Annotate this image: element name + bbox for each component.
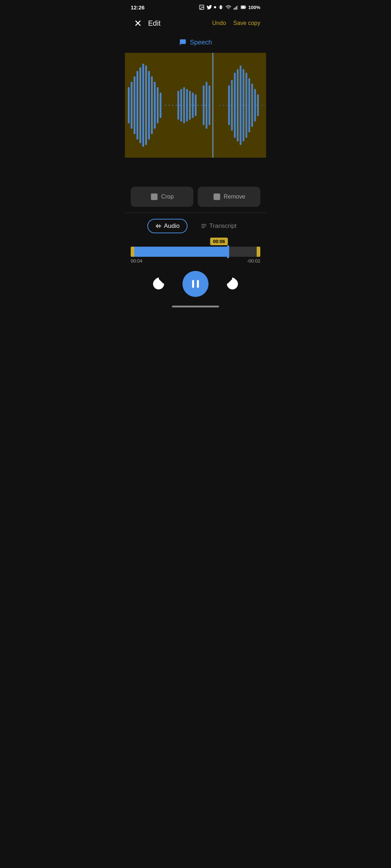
- action-buttons: Crop Remove: [125, 187, 266, 213]
- speech-text: Speech: [190, 39, 212, 46]
- below-waveform-space: [125, 158, 266, 187]
- svg-rect-30: [192, 93, 194, 118]
- playback-controls: 1 1: [125, 264, 266, 303]
- svg-rect-12: [128, 87, 130, 123]
- page-title: Edit: [148, 19, 212, 27]
- transcript-tab[interactable]: Transcript: [193, 220, 244, 233]
- svg-rect-20: [151, 76, 153, 134]
- end-time: -00:02: [247, 258, 260, 264]
- crop-label: Crop: [161, 193, 174, 200]
- svg-rect-16: [139, 67, 141, 143]
- close-icon: [134, 19, 142, 27]
- pause-button[interactable]: [182, 271, 209, 297]
- audio-bars-icon: [155, 223, 162, 229]
- svg-rect-32: [203, 85, 205, 125]
- svg-rect-41: [240, 65, 241, 145]
- status-time: 12:26: [131, 4, 144, 10]
- svg-rect-38: [231, 80, 233, 131]
- skip-forward-button[interactable]: 1: [223, 275, 242, 293]
- wifi-icon: [226, 4, 231, 10]
- svg-rect-14: [134, 76, 135, 134]
- svg-rect-3: [234, 8, 234, 10]
- pause-icon: [190, 278, 201, 290]
- svg-rect-43: [245, 73, 247, 138]
- progress-thumb[interactable]: [227, 245, 229, 258]
- svg-rect-33: [206, 82, 207, 129]
- svg-rect-62: [197, 280, 199, 288]
- progress-bar-fill: [131, 247, 228, 257]
- svg-rect-19: [148, 71, 150, 140]
- progress-left-handle[interactable]: [131, 247, 134, 257]
- progress-section: 00:06 00:04 -00:02: [125, 236, 266, 264]
- svg-rect-5: [236, 6, 237, 9]
- crop-button[interactable]: Crop: [131, 187, 193, 207]
- svg-rect-8: [245, 7, 246, 8]
- home-indicator: [172, 306, 219, 307]
- svg-rect-22: [157, 87, 159, 123]
- svg-rect-34: [209, 85, 210, 125]
- svg-rect-6: [237, 5, 238, 10]
- waveform-svg: [125, 53, 266, 158]
- crop-icon: [150, 193, 158, 201]
- speech-bubble-icon: [179, 38, 187, 46]
- svg-rect-9: [241, 6, 245, 8]
- svg-rect-2: [220, 5, 222, 9]
- signal-icon: [233, 4, 239, 10]
- svg-rect-26: [180, 89, 182, 122]
- speech-label-area: Speech: [125, 33, 266, 53]
- svg-rect-27: [183, 87, 185, 123]
- current-time-badge: 00:06: [210, 238, 228, 245]
- transcript-tab-label: Transcript: [209, 222, 236, 230]
- transcript-icon: [201, 223, 207, 229]
- dot-indicator: [214, 6, 216, 8]
- svg-rect-29: [189, 91, 191, 120]
- progress-bar[interactable]: [131, 247, 260, 257]
- svg-rect-13: [131, 82, 133, 129]
- svg-rect-15: [136, 71, 138, 140]
- status-icons: 100%: [199, 4, 260, 10]
- battery-percent: 100%: [248, 5, 260, 10]
- svg-rect-45: [251, 84, 253, 127]
- save-copy-button[interactable]: Save copy: [233, 20, 260, 26]
- skip-forward-label: 1: [231, 282, 234, 286]
- waveform-container: [125, 53, 266, 158]
- start-time: 00:04: [131, 258, 143, 264]
- svg-rect-4: [235, 7, 235, 10]
- remove-label: Remove: [224, 193, 245, 200]
- svg-rect-42: [243, 69, 244, 141]
- svg-rect-23: [160, 93, 161, 118]
- svg-rect-31: [195, 94, 197, 116]
- svg-rect-25: [177, 91, 179, 120]
- progress-times: 00:04 -00:02: [131, 258, 260, 264]
- close-button[interactable]: [131, 16, 145, 30]
- vibrate-icon: [218, 4, 224, 10]
- svg-rect-44: [248, 78, 250, 132]
- twitter-icon: [206, 4, 212, 10]
- audio-tab[interactable]: Audio: [147, 219, 188, 233]
- svg-rect-21: [154, 82, 156, 129]
- skip-back-button[interactable]: 1: [149, 275, 168, 293]
- svg-rect-17: [142, 64, 144, 147]
- svg-rect-37: [228, 85, 230, 125]
- svg-rect-39: [234, 73, 236, 138]
- svg-rect-18: [145, 65, 147, 145]
- remove-icon: [213, 193, 221, 201]
- status-bar: 12:26 100%: [125, 0, 266, 13]
- svg-point-1: [200, 6, 201, 7]
- svg-rect-61: [192, 280, 194, 288]
- top-actions: Undo Save copy: [212, 20, 260, 26]
- svg-rect-40: [237, 69, 239, 141]
- svg-rect-47: [257, 94, 259, 116]
- audio-tab-label: Audio: [164, 222, 180, 230]
- top-bar: Edit Undo Save copy: [125, 13, 266, 33]
- progress-right-handle[interactable]: [257, 247, 260, 257]
- battery-icon: [241, 4, 247, 10]
- skip-back-label: 1: [157, 282, 160, 286]
- svg-rect-46: [254, 89, 256, 122]
- tab-bar: Audio Transcript: [125, 213, 266, 236]
- svg-rect-28: [186, 89, 188, 122]
- svg-rect-49: [151, 194, 157, 200]
- gallery-icon: [199, 4, 205, 10]
- remove-button[interactable]: Remove: [198, 187, 260, 207]
- undo-button[interactable]: Undo: [212, 20, 226, 26]
